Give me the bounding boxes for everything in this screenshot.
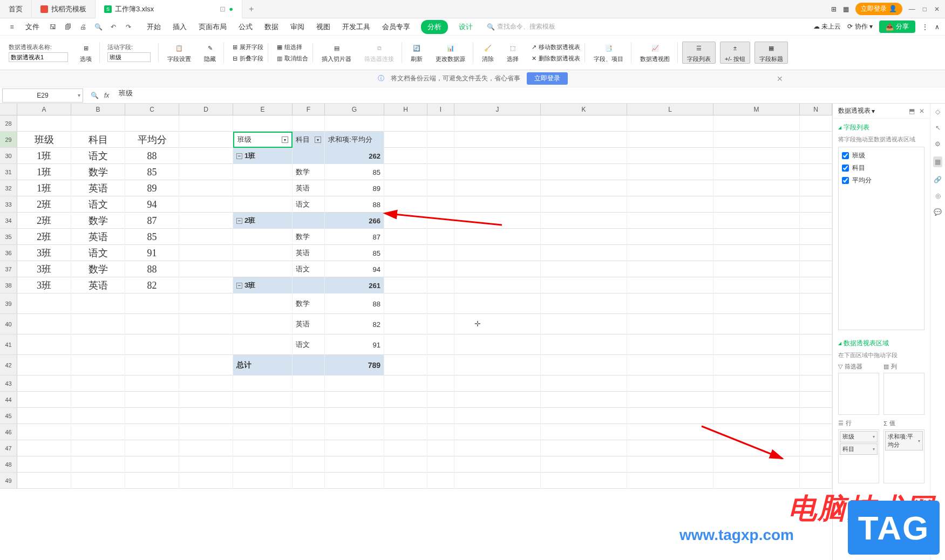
cell-C49[interactable] — [125, 473, 179, 489]
cell-F36[interactable]: 英语 — [293, 245, 325, 261]
cell-M35[interactable] — [713, 229, 800, 245]
cell-E41[interactable] — [233, 334, 293, 355]
cell-K29[interactable] — [541, 132, 627, 148]
cell-L47[interactable] — [627, 440, 713, 456]
row-header-48[interactable]: 48 — [0, 456, 17, 472]
col-header-L[interactable]: L — [627, 104, 713, 115]
select-all-corner[interactable] — [0, 104, 17, 115]
cell-M30[interactable] — [713, 148, 800, 164]
clear-button[interactable]: 🧹 清除 — [478, 42, 498, 63]
row-header-42[interactable]: 42 — [0, 355, 17, 375]
tab-add[interactable]: + — [242, 4, 260, 14]
row-header-30[interactable]: 30 — [0, 148, 17, 163]
more-icon[interactable]: ⋮ — [922, 23, 928, 31]
cell-I29[interactable] — [427, 132, 454, 148]
cell-J43[interactable] — [454, 375, 541, 392]
cell-N48[interactable] — [800, 456, 832, 473]
tab-workbook[interactable]: S 工作簿3.xlsx ⊡ ● — [96, 0, 242, 18]
cell-K46[interactable] — [541, 424, 627, 440]
cell-E46[interactable] — [233, 424, 293, 440]
print-preview-icon[interactable]: 🔍 — [92, 21, 105, 33]
cell-M37[interactable] — [713, 261, 800, 277]
minimize-icon[interactable]: — — [909, 5, 915, 13]
cell-C29[interactable]: 平均分 — [125, 132, 179, 148]
cell-G49[interactable] — [325, 473, 384, 489]
cell-G40[interactable]: 82 — [325, 314, 384, 334]
cell-B47[interactable] — [71, 440, 125, 456]
cell-N28[interactable] — [800, 115, 832, 132]
grid-icon[interactable]: ▦ — [843, 5, 849, 13]
cell-H47[interactable] — [384, 440, 427, 456]
row-header-37[interactable]: 37 — [0, 261, 17, 277]
menu-tab-design[interactable]: 设计 — [458, 20, 474, 34]
field-class-check[interactable] — [842, 152, 849, 159]
delete-pivot-button[interactable]: ✕删除数据透视表 — [532, 54, 580, 63]
col-header-C[interactable]: C — [125, 104, 179, 115]
cell-E47[interactable] — [233, 440, 293, 456]
cell-K32[interactable] — [541, 180, 627, 196]
cell-L37[interactable] — [627, 261, 713, 277]
cell-I41[interactable] — [427, 334, 454, 355]
row-header-44[interactable]: 44 — [0, 392, 17, 407]
cell-A47[interactable] — [17, 440, 71, 456]
cell-L30[interactable] — [627, 148, 713, 164]
cell-M34[interactable] — [713, 213, 800, 229]
cell-C34[interactable]: 87 — [125, 213, 179, 229]
cell-E35[interactable] — [233, 229, 293, 245]
cell-H48[interactable] — [384, 456, 427, 473]
cell-J36[interactable] — [454, 245, 541, 261]
row-header-40[interactable]: 40 — [0, 314, 17, 334]
cell-L38[interactable] — [627, 277, 713, 293]
cell-K42[interactable] — [541, 355, 627, 375]
cell-G41[interactable]: 91 — [325, 334, 384, 355]
row-header-47[interactable]: 47 — [0, 440, 17, 456]
cell-H32[interactable] — [384, 180, 427, 196]
hamburger-icon[interactable]: ≡ — [5, 21, 18, 33]
cell-I37[interactable] — [427, 261, 454, 277]
side-clip-icon[interactable]: 🔗 — [934, 176, 942, 183]
cell-B32[interactable]: 英语 — [71, 180, 125, 196]
field-list-button[interactable]: ☰ 字段列表 — [682, 42, 716, 64]
cell-C47[interactable] — [125, 440, 179, 456]
cell-D28[interactable] — [179, 115, 233, 132]
menu-tab-insert[interactable]: 插入 — [172, 20, 188, 34]
cell-A31[interactable]: 1班 — [17, 164, 71, 180]
cell-G37[interactable]: 94 — [325, 261, 384, 277]
row-header-34[interactable]: 34 — [0, 213, 17, 228]
cell-H40[interactable] — [384, 314, 427, 334]
cell-N39[interactable] — [800, 293, 832, 314]
cell-E33[interactable] — [233, 196, 293, 213]
cell-A49[interactable] — [17, 473, 71, 489]
cell-H41[interactable] — [384, 334, 427, 355]
cell-N43[interactable] — [800, 375, 832, 392]
row-header-39[interactable]: 39 — [0, 293, 17, 313]
cell-A40[interactable] — [17, 314, 71, 334]
cell-L35[interactable] — [627, 229, 713, 245]
fields-items-button[interactable]: 📑 字段、项目 — [589, 42, 631, 63]
field-class[interactable]: 班级 — [841, 149, 922, 162]
cell-G38[interactable]: 261 — [325, 277, 384, 293]
cell-M48[interactable] — [713, 456, 800, 473]
menu-tab-dev[interactable]: 开发工具 — [341, 20, 371, 34]
cell-M49[interactable] — [713, 473, 800, 489]
cell-J39[interactable] — [454, 293, 541, 314]
menu-tab-layout[interactable]: 页面布局 — [198, 20, 228, 34]
cell-N46[interactable] — [800, 424, 832, 440]
cell-D44[interactable] — [179, 392, 233, 408]
cell-K36[interactable] — [541, 245, 627, 261]
close-icon[interactable]: ✕ — [934, 5, 940, 13]
cell-F48[interactable] — [293, 456, 325, 473]
cell-E34[interactable]: −2班 — [233, 213, 293, 229]
cell-C43[interactable] — [125, 375, 179, 392]
cell-H29[interactable] — [384, 132, 427, 148]
cell-J37[interactable] — [454, 261, 541, 277]
cell-C42[interactable] — [125, 355, 179, 375]
row-dropzone[interactable]: 班级 科目 — [838, 429, 879, 483]
cell-I28[interactable] — [427, 115, 454, 132]
undo-icon[interactable]: ↶ — [107, 21, 120, 33]
cell-N38[interactable] — [800, 277, 832, 293]
cell-A43[interactable] — [17, 375, 71, 392]
cell-G29[interactable]: 求和项:平均分 — [325, 132, 384, 148]
cell-F42[interactable] — [293, 355, 325, 375]
cell-L44[interactable] — [627, 392, 713, 408]
